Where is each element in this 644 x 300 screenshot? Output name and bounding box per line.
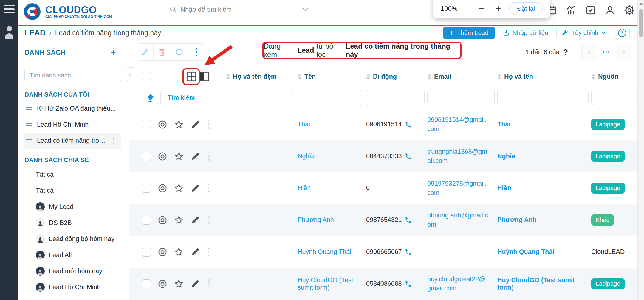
row-checkbox[interactable] xyxy=(142,216,151,225)
zoom-reset-button[interactable]: Đặt lại xyxy=(509,2,543,15)
email-link[interactable]: trungnghia1368@gmail.com xyxy=(427,147,488,165)
drag-handle-icon[interactable] xyxy=(26,123,32,126)
sidebar-my-list-item[interactable]: Lead có tiềm năng trong... ⋮ xyxy=(24,133,121,149)
breadcrumb-module[interactable]: LEAD xyxy=(24,28,46,38)
sort-icon[interactable] xyxy=(298,74,302,80)
edit-pencil-icon[interactable] xyxy=(190,279,200,289)
settings-gear-icon[interactable] xyxy=(624,5,634,15)
quick-view-eye-icon[interactable] xyxy=(157,247,168,257)
mass-delete-button[interactable] xyxy=(153,44,171,60)
filter-input-middle-name[interactable] xyxy=(226,90,294,105)
more-options-icon[interactable] xyxy=(208,152,210,161)
edit-pencil-icon[interactable] xyxy=(190,215,200,225)
customize-button[interactable]: Tùy chỉnh xyxy=(556,27,611,39)
mass-edit-button[interactable] xyxy=(136,44,153,60)
star-icon[interactable] xyxy=(174,151,184,161)
sidebar-collapse-button[interactable]: ‹ xyxy=(126,67,134,82)
col-header-fullname[interactable]: Họ và tên xyxy=(497,73,591,80)
row-checkbox[interactable] xyxy=(142,152,151,161)
sidebar-shared-list-item[interactable]: Lead Hồ Chí Minh xyxy=(24,279,121,295)
global-search-input[interactable] xyxy=(180,6,298,13)
chevron-down-icon[interactable] xyxy=(302,7,309,12)
lead-first-name-link[interactable]: Hiền xyxy=(298,184,311,192)
add-list-button[interactable]: + xyxy=(106,45,121,60)
clear-filters-button[interactable] xyxy=(143,90,158,105)
edit-pencil-icon[interactable] xyxy=(190,183,200,193)
lead-fullname-link[interactable]: Huỳnh Quang Thái xyxy=(497,248,554,255)
more-actions-button[interactable] xyxy=(188,44,205,60)
menu-icon[interactable] xyxy=(4,5,15,15)
edit-pencil-icon[interactable] xyxy=(190,247,200,257)
sort-icon[interactable] xyxy=(427,74,431,80)
phone-icon[interactable] xyxy=(405,248,412,256)
sort-icon[interactable] xyxy=(226,74,230,80)
list-search-input[interactable] xyxy=(24,68,121,83)
quick-view-eye-icon[interactable] xyxy=(157,151,168,161)
quick-view-eye-icon[interactable] xyxy=(157,183,168,193)
row-checkbox[interactable] xyxy=(142,120,151,129)
sidebar-shared-list-item[interactable]: DS B2B xyxy=(24,215,121,231)
sidebar-shared-list-item[interactable]: Lead đồng bộ hôm nay xyxy=(24,231,121,247)
filter-search-button[interactable]: Tìm kiếm xyxy=(160,90,202,105)
sidebar-shared-list-item[interactable]: My Lead xyxy=(24,199,121,215)
zoom-out-button[interactable]: − xyxy=(479,4,484,13)
col-header-email[interactable]: Email xyxy=(427,73,497,80)
filter-input-first-name[interactable] xyxy=(298,90,363,105)
sidebar-my-list-item[interactable]: Lead Hồ Chí Minh xyxy=(24,116,121,133)
col-header-first-name[interactable]: Tên xyxy=(298,73,366,80)
sidebar-my-list-item[interactable]: KH từ Zalo OA đang thiếu... xyxy=(24,100,121,116)
sidebar-shared-list-item[interactable]: Lead All xyxy=(24,247,121,263)
email-link[interactable]: 0919793278@gmail.com xyxy=(427,179,488,197)
email-link[interactable]: phuong.anh@gmail.com xyxy=(427,211,488,229)
help-button[interactable]: ? xyxy=(614,27,630,39)
add-lead-button[interactable]: + Thêm Lead xyxy=(443,27,494,39)
grid-view-icon[interactable] xyxy=(186,71,197,82)
phone-icon[interactable] xyxy=(405,121,412,128)
sidebar-shared-list-item[interactable]: Lead mới hôm nay xyxy=(24,263,121,279)
filter-input-email[interactable] xyxy=(427,90,495,105)
select-all-checkbox[interactable] xyxy=(142,72,151,81)
analytics-icon[interactable] xyxy=(566,5,576,15)
filter-input-fullname[interactable] xyxy=(497,90,589,105)
edit-pencil-icon[interactable] xyxy=(190,151,200,161)
email-link[interactable]: 0906191514@gmail.com xyxy=(427,115,488,133)
star-icon[interactable] xyxy=(174,215,184,225)
lead-first-name-link[interactable]: Huy CloudGO (Test sumit form) xyxy=(298,276,353,291)
zoom-in-button[interactable]: + xyxy=(496,4,501,13)
record-count-help[interactable]: ? xyxy=(563,48,568,57)
more-options-icon[interactable] xyxy=(208,184,210,192)
lead-fullname-link[interactable]: Huy CloudGO (Test sumit form) xyxy=(497,276,575,291)
drag-handle-icon[interactable] xyxy=(26,107,32,110)
more-options-icon[interactable] xyxy=(208,248,210,256)
lead-first-name-link[interactable]: Huỳnh Quang Thái xyxy=(298,248,351,255)
filter-input-mobile[interactable] xyxy=(366,90,425,105)
scrollbar-thumb[interactable] xyxy=(639,9,643,37)
user-icon[interactable] xyxy=(605,5,615,15)
prev-page-button[interactable]: ‹ xyxy=(582,44,597,60)
sort-icon[interactable] xyxy=(366,74,370,80)
star-icon[interactable] xyxy=(174,183,184,193)
filter-input-source[interactable] xyxy=(591,90,636,105)
quick-view-eye-icon[interactable] xyxy=(157,215,168,225)
tasks-icon[interactable] xyxy=(586,5,596,15)
star-icon[interactable] xyxy=(174,279,184,289)
comment-button[interactable] xyxy=(171,44,188,60)
lead-first-name-link[interactable]: Phương Anh xyxy=(298,216,334,223)
phone-icon[interactable] xyxy=(405,153,412,160)
lead-first-name-link[interactable]: Nghĩa xyxy=(298,153,315,160)
kebab-menu-icon[interactable]: ⋮ xyxy=(109,136,119,145)
column-view-icon[interactable] xyxy=(199,71,210,82)
sort-icon[interactable] xyxy=(591,74,595,80)
page-scrollbar[interactable] xyxy=(637,0,644,300)
sort-icon[interactable] xyxy=(497,74,501,80)
sidebar-shared-list-item[interactable]: Tất cả xyxy=(24,167,121,183)
row-checkbox[interactable] xyxy=(142,184,151,193)
global-search[interactable] xyxy=(165,2,313,17)
phone-icon[interactable] xyxy=(405,216,412,224)
col-header-middle-name[interactable]: Họ và tên đệm xyxy=(226,73,298,80)
import-data-button[interactable]: Nhập dữ liệu xyxy=(498,27,553,39)
quick-view-eye-icon[interactable] xyxy=(157,279,168,289)
email-link[interactable]: huy.cloudgotest22@gmail.com xyxy=(427,275,488,293)
more-options-icon[interactable] xyxy=(208,216,210,224)
drag-handle-icon[interactable] xyxy=(26,139,32,142)
